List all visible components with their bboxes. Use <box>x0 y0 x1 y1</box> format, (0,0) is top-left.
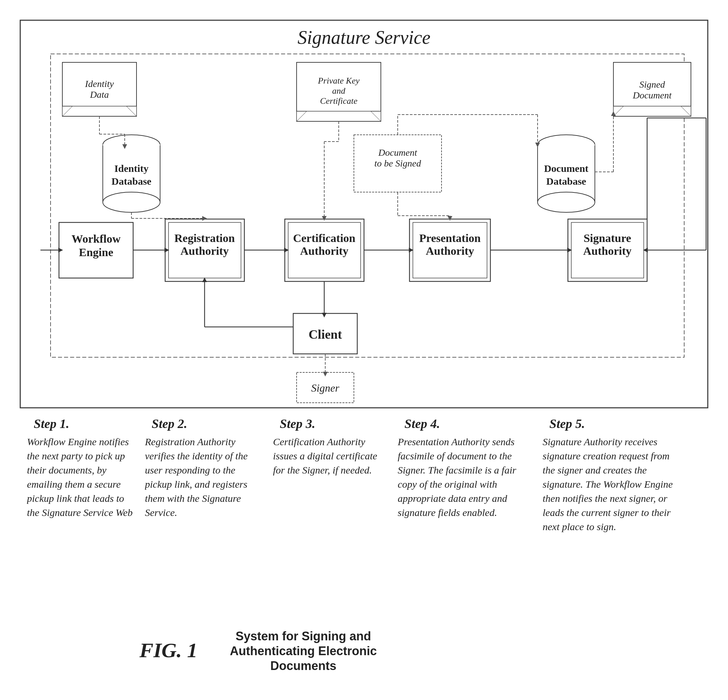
svg-text:Database: Database <box>546 176 586 187</box>
document-to-sign-shape: Document to be Signed <box>354 135 442 192</box>
svg-text:Step 5.: Step 5. <box>549 417 585 431</box>
svg-text:Document: Document <box>378 147 417 158</box>
svg-text:Step 4.: Step 4. <box>404 417 440 431</box>
svg-rect-36 <box>59 222 133 278</box>
presentation-authority-box: Presentation Authority <box>409 219 490 281</box>
svg-text:Step 2.: Step 2. <box>152 417 188 431</box>
svg-marker-32 <box>681 106 691 116</box>
svg-text:and: and <box>332 86 346 96</box>
svg-rect-52 <box>571 222 644 278</box>
svg-rect-1 <box>51 54 684 357</box>
svg-text:Registration: Registration <box>174 232 235 244</box>
sig-service-title: Signature Service <box>298 27 430 48</box>
svg-marker-97 <box>535 143 540 147</box>
svg-text:Engine: Engine <box>79 246 113 258</box>
svg-marker-31 <box>613 106 624 116</box>
svg-text:Identity: Identity <box>114 163 149 174</box>
svg-rect-9 <box>103 145 160 202</box>
svg-text:Authority: Authority <box>583 245 631 257</box>
signature-authority-box: Signature Authority <box>568 219 647 281</box>
svg-rect-47 <box>409 219 490 281</box>
svg-rect-25 <box>537 145 595 202</box>
svg-rect-0 <box>20 20 708 408</box>
page: Signature Service Identity Data <box>0 0 728 700</box>
svg-text:Authority: Authority <box>180 245 229 257</box>
svg-marker-62 <box>284 248 289 253</box>
svg-rect-55 <box>293 313 357 354</box>
svg-text:Document: Document <box>632 90 672 100</box>
svg-text:Certificate: Certificate <box>320 96 357 106</box>
private-key-shape: Private Key and Certificate <box>297 62 381 121</box>
svg-marker-75 <box>202 216 207 221</box>
svg-marker-68 <box>58 248 63 253</box>
svg-rect-2 <box>62 62 137 116</box>
registration-authority-box: Registration Authority <box>165 219 244 281</box>
svg-text:Identity: Identity <box>85 78 114 89</box>
svg-marker-3 <box>62 106 72 116</box>
svg-marker-64 <box>409 248 413 253</box>
svg-text:Authority: Authority <box>300 245 348 257</box>
svg-rect-48 <box>413 222 487 278</box>
document-database-shape: Document Database <box>537 135 595 212</box>
svg-text:Workflow: Workflow <box>71 232 121 245</box>
svg-marker-91 <box>202 277 207 282</box>
svg-text:Documents: Documents <box>270 659 337 673</box>
svg-marker-102 <box>643 248 648 253</box>
svg-text:Private Key: Private Key <box>318 76 360 86</box>
svg-text:Certification: Certification <box>293 232 355 244</box>
signer-box: Signer <box>297 372 354 403</box>
svg-marker-86 <box>611 111 616 116</box>
svg-marker-79 <box>322 216 326 221</box>
svg-marker-66 <box>567 248 572 253</box>
svg-rect-51 <box>568 219 647 281</box>
svg-point-11 <box>103 192 160 212</box>
svg-point-24 <box>537 135 595 155</box>
svg-marker-15 <box>297 111 307 121</box>
fig-label: FIG. 1 <box>139 639 198 662</box>
identity-data-shape: Identity Data <box>62 62 137 116</box>
svg-marker-60 <box>165 248 169 253</box>
svg-rect-57 <box>297 372 354 403</box>
svg-rect-44 <box>288 222 361 278</box>
identity-database-shape: Identity Database <box>103 135 160 212</box>
svg-marker-93 <box>323 372 328 377</box>
svg-rect-40 <box>169 222 241 278</box>
client-box: Client <box>293 313 357 354</box>
svg-text:System for Signing and: System for Signing and <box>235 629 371 643</box>
svg-marker-83 <box>448 216 452 221</box>
svg-marker-88 <box>322 313 326 318</box>
svg-rect-39 <box>165 219 244 281</box>
svg-marker-16 <box>371 111 381 121</box>
svg-text:Signature: Signature <box>584 232 631 244</box>
svg-text:Document: Document <box>544 163 588 174</box>
svg-text:Signed: Signed <box>639 79 665 89</box>
svg-rect-30 <box>613 62 691 116</box>
svg-rect-21 <box>354 135 442 192</box>
certification-authority-box: Certification Authority <box>285 219 364 281</box>
svg-text:Step 1.: Step 1. <box>34 417 69 431</box>
diagram-svg: Signature Service Identity Data <box>0 0 728 700</box>
svg-text:Authenticating Electronic: Authenticating Electronic <box>230 644 377 658</box>
svg-text:Data: Data <box>90 89 109 100</box>
svg-text:to be Signed: to be Signed <box>374 158 421 169</box>
svg-rect-43 <box>285 219 364 281</box>
svg-marker-72 <box>122 144 127 149</box>
svg-text:Database: Database <box>111 176 151 187</box>
signed-document-shape: Signed Document <box>613 62 691 116</box>
svg-rect-14 <box>297 62 381 121</box>
svg-text:Signer: Signer <box>311 382 339 394</box>
workflow-engine-box: Workflow Engine <box>59 222 133 278</box>
svg-text:Client: Client <box>308 327 342 341</box>
svg-point-8 <box>103 135 160 155</box>
svg-text:Presentation: Presentation <box>419 232 481 244</box>
svg-text:Step 3.: Step 3. <box>280 417 315 431</box>
svg-point-27 <box>537 192 595 212</box>
svg-marker-4 <box>126 106 137 116</box>
svg-text:Authority: Authority <box>426 245 474 257</box>
